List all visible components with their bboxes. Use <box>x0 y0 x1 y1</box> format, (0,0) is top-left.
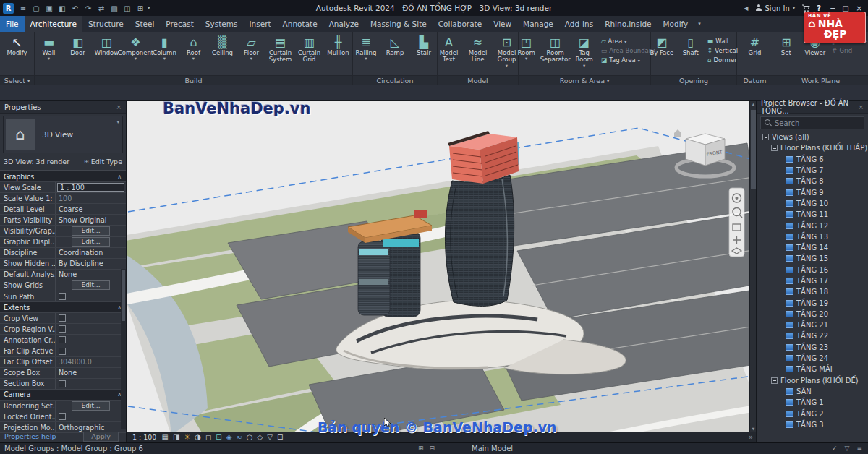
property-value[interactable]: None <box>55 368 126 378</box>
view-control-icon[interactable]: ◨ <box>173 433 179 441</box>
property-value[interactable] <box>55 335 126 345</box>
tree-item[interactable]: TẦNG 7 <box>757 165 868 176</box>
ribbon-button[interactable]: ↖ Modify <box>1 33 33 75</box>
properties-scrollbar[interactable] <box>121 269 126 429</box>
property-row[interactable]: Visibility/Grap... Edit... ∧ <box>0 226 126 236</box>
maximize-button[interactable]: □ <box>842 4 848 12</box>
tree-item[interactable]: TẦNG 14 <box>757 242 868 253</box>
properties-header[interactable]: Properties × <box>0 101 126 113</box>
edit-type-button[interactable]: ⊞ Edit Type <box>84 158 122 166</box>
tree-item[interactable]: SÂN <box>757 386 868 397</box>
ribbon-tab[interactable]: View <box>488 16 517 32</box>
scale-control[interactable]: 1 : 100 <box>132 433 156 441</box>
tree-item[interactable]: TẦNG 8 <box>757 176 868 187</box>
tall-tower-model[interactable] <box>445 131 519 306</box>
status-icon[interactable]: ⊟ <box>430 445 435 452</box>
scroll-down-icon[interactable]: ▼ <box>750 427 756 431</box>
quick-access-icon[interactable]: ◧ <box>56 2 68 14</box>
quick-access-icon[interactable]: ↶ <box>69 2 81 14</box>
view-control-icon[interactable]: ▦ <box>161 433 168 441</box>
ribbon-button[interactable]: ▯ Shaft <box>676 33 705 75</box>
ribbon-tab[interactable]: Architecture <box>25 16 82 32</box>
property-row[interactable]: Parts Visibility Show Original ∧ <box>0 215 126 226</box>
viewport-scrollbar[interactable]: ▲ ▼ <box>749 101 756 432</box>
cart-icon[interactable] <box>801 4 810 12</box>
property-row[interactable]: Section Box ∧ <box>0 379 126 390</box>
tree-item[interactable]: TẦNG 13 <box>757 231 868 242</box>
view-control-icon[interactable]: ○ <box>247 433 253 441</box>
tree-item[interactable]: Floor Plans (KHỐI THÁP) <box>757 142 868 153</box>
ribbon-button[interactable]: ⊞ Set <box>772 33 801 75</box>
checkbox[interactable] <box>59 336 66 343</box>
property-row[interactable]: Crop Region V... ∧ <box>0 324 126 335</box>
property-row[interactable]: Graphic Displ... Edit... ∧ <box>0 237 126 248</box>
property-row[interactable]: Camera ∧ <box>0 390 126 401</box>
tree-item[interactable]: TẦNG MÁI <box>757 364 868 374</box>
section-collapse-icon[interactable]: ∧ <box>117 174 126 180</box>
panel-label-room-area[interactable]: Room & Area▾ <box>519 75 650 85</box>
tree-item[interactable]: Floor Plans (KHỐI ĐẾ) <box>757 375 868 386</box>
project-browser-search[interactable] <box>760 116 864 129</box>
property-value[interactable]: Edit... <box>55 226 126 236</box>
tree-item[interactable]: TẦNG 17 <box>757 275 868 286</box>
tree-item[interactable]: TẦNG 16 <box>757 265 868 275</box>
quick-access-icon[interactable]: ≡ <box>17 2 29 14</box>
view-control-icon[interactable]: ▽ <box>267 433 273 441</box>
ribbon-button[interactable]: ╫ Mullion <box>324 33 353 75</box>
tree-item[interactable]: TẦNG 12 <box>757 220 868 231</box>
quick-access-icon[interactable]: ⇄ <box>95 2 107 14</box>
view-control-icon[interactable]: ⊡ <box>216 433 221 441</box>
ribbon-button[interactable]: ▱ Floor ▾ <box>237 33 266 75</box>
tree-collapse-icon[interactable] <box>771 377 778 384</box>
ribbon-button[interactable]: ▮ Column ▾ <box>150 33 179 75</box>
property-row[interactable]: Annotation Cr... ∧ <box>0 335 126 346</box>
ribbon-button[interactable]: ▤ Curtain System <box>266 33 295 75</box>
sign-in-button[interactable]: Sign In ▾ <box>755 4 796 12</box>
property-value[interactable]: 304800.0 <box>55 357 126 367</box>
navigation-bar[interactable] <box>729 188 744 257</box>
tree-item[interactable]: TẦNG 1 <box>757 397 868 408</box>
checkbox[interactable] <box>59 293 66 300</box>
view-control-icon[interactable]: ◑ <box>195 433 201 441</box>
status-icon[interactable]: ≡ <box>856 445 862 452</box>
ribbon-tab[interactable]: Precast <box>160 16 200 32</box>
project-browser-header[interactable]: Project Browser - ĐỒ ÁN TỔNG... × <box>757 101 868 113</box>
ribbon-button[interactable]: ◧ Door <box>64 33 93 75</box>
tree-item[interactable]: TẦNG 9 <box>757 187 868 197</box>
ribbon-tab[interactable]: Annotate <box>277 16 323 32</box>
property-value[interactable]: Show Original <box>55 215 126 225</box>
ribbon-state-icon[interactable]: ▾ <box>694 16 705 32</box>
property-row[interactable]: Extents ∧ <box>0 302 126 313</box>
checkbox[interactable] <box>59 314 66 322</box>
checkbox[interactable] <box>59 380 66 387</box>
ribbon-tab[interactable]: Structure <box>82 16 129 32</box>
close-button[interactable]: × <box>856 4 862 12</box>
panel-label-work-plane[interactable]: Work Plane <box>773 75 868 85</box>
view-control-icon[interactable]: ☀ <box>184 433 190 441</box>
property-value[interactable] <box>55 291 126 301</box>
ribbon-button[interactable]: ◺ Ramp <box>380 33 409 75</box>
property-row[interactable]: Rendering Set... Edit... ∧ <box>0 401 126 411</box>
property-row[interactable]: Default Analys... None ∧ <box>0 270 126 280</box>
view-control-icon[interactable]: ≈ <box>236 433 242 441</box>
close-icon[interactable]: × <box>116 103 122 111</box>
ribbon-button[interactable]: ▒ Ceiling <box>208 33 237 75</box>
property-value[interactable] <box>55 379 126 389</box>
ribbon-button[interactable]: ▥ Curtain Grid <box>295 33 324 75</box>
ribbon-button[interactable]: ◩ By Face <box>647 33 676 75</box>
properties-help-link[interactable]: Properties help <box>4 432 56 440</box>
apply-button[interactable]: Apply <box>83 432 119 442</box>
ribbon-button[interactable]: A Model Text <box>435 33 464 75</box>
panel-label-select[interactable]: Select▾ <box>0 75 34 85</box>
ribbon-button[interactable]: ≈ Model Line <box>464 33 493 75</box>
panel-label-model[interactable]: Model <box>438 75 518 85</box>
3d-viewport[interactable]: FRONT BanVeNhaDep.vn Bản quyền © BanVeNh… <box>127 101 756 442</box>
ribbon-tab[interactable]: Collaborate <box>433 16 488 32</box>
revit-app-icon[interactable]: R <box>3 3 14 14</box>
tree-item[interactable]: Views (all) <box>757 132 868 142</box>
view-control-icon[interactable]: ◻ <box>205 433 211 441</box>
type-selector[interactable]: ⌂ 3D View ▾ <box>3 116 123 153</box>
ribbon-small-button[interactable]: # Grid <box>832 47 868 54</box>
close-icon[interactable]: × <box>858 103 864 111</box>
tree-item[interactable]: TẦNG 24 <box>757 353 868 364</box>
